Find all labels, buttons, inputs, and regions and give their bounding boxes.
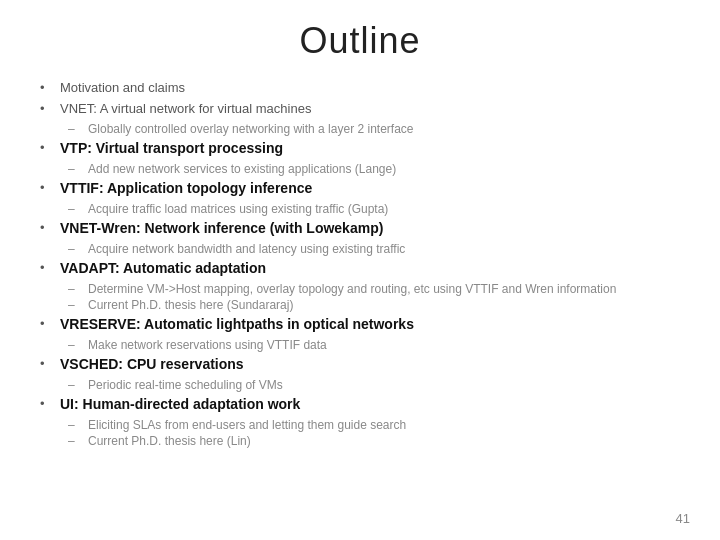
bullet-vadapt: • VADAPT: Automatic adaptation xyxy=(40,260,680,276)
sub-dash: – xyxy=(68,202,84,216)
slide-title: Outline xyxy=(40,20,680,62)
bullet-vsched-text: VSCHED: CPU reservations xyxy=(60,356,244,372)
sub-dash: – xyxy=(68,298,84,312)
bullet-dot: • xyxy=(40,180,56,195)
sub-items-vadapt: – Determine VM->Host mapping, overlay to… xyxy=(68,282,680,312)
bullet-dot: • xyxy=(40,80,56,95)
bullet-vnet-wren: • VNET-Wren: Network inference (with Low… xyxy=(40,220,680,236)
sub-items-vnet-wren: – Acquire network bandwidth and latency … xyxy=(68,242,680,256)
sub-text-vsched-1: Periodic real-time scheduling of VMs xyxy=(88,378,283,392)
section-vreserve: • VRESERVE: Automatic lightpaths in opti… xyxy=(40,316,680,352)
section-vnet: • VNET: A virtual network for virtual ma… xyxy=(40,101,680,136)
bullet-vnet: • VNET: A virtual network for virtual ma… xyxy=(40,101,680,116)
sub-items-ui: – Eliciting SLAs from end-users and lett… xyxy=(68,418,680,448)
sub-dash: – xyxy=(68,434,84,448)
bullet-vttif-text: VTTIF: Application topology inference xyxy=(60,180,312,196)
bullet-ui-text: UI: Human-directed adaptation work xyxy=(60,396,300,412)
sub-item-ui-2: – Current Ph.D. thesis here (Lin) xyxy=(68,434,680,448)
sub-dash: – xyxy=(68,282,84,296)
bullet-vreserve-text: VRESERVE: Automatic lightpaths in optica… xyxy=(60,316,414,332)
sub-dash: – xyxy=(68,378,84,392)
sub-text-ui-1: Eliciting SLAs from end-users and lettin… xyxy=(88,418,406,432)
bullet-dot: • xyxy=(40,316,56,331)
sub-item-vadapt-2: – Current Ph.D. thesis here (Sundararaj) xyxy=(68,298,680,312)
sub-dash: – xyxy=(68,338,84,352)
bullet-vtp: • VTP: Virtual transport processing xyxy=(40,140,680,156)
bullet-dot: • xyxy=(40,356,56,371)
section-vttif: • VTTIF: Application topology inference … xyxy=(40,180,680,216)
bullet-vadapt-text: VADAPT: Automatic adaptation xyxy=(60,260,266,276)
sub-text-vnet-wren-1: Acquire network bandwidth and latency us… xyxy=(88,242,405,256)
bullet-vtp-text: VTP: Virtual transport processing xyxy=(60,140,283,156)
bullet-motivation-text: Motivation and claims xyxy=(60,80,185,95)
sub-items-vttif: – Acquire traffic load matrices using ex… xyxy=(68,202,680,216)
sub-text-ui-2: Current Ph.D. thesis here (Lin) xyxy=(88,434,251,448)
bullet-vnet-text: VNET: A virtual network for virtual mach… xyxy=(60,101,311,116)
sub-item-vsched-1: – Periodic real-time scheduling of VMs xyxy=(68,378,680,392)
slide: Outline • Motivation and claims • VNET: … xyxy=(0,0,720,540)
bullet-vnet-wren-text: VNET-Wren: Network inference (with Lowek… xyxy=(60,220,383,236)
section-vadapt: • VADAPT: Automatic adaptation – Determi… xyxy=(40,260,680,312)
sub-text-vnet-1: Globally controlled overlay networking w… xyxy=(88,122,414,136)
sub-dash: – xyxy=(68,418,84,432)
sub-item-vttif-1: – Acquire traffic load matrices using ex… xyxy=(68,202,680,216)
bullet-ui: • UI: Human-directed adaptation work xyxy=(40,396,680,412)
sub-text-vtp-1: Add new network services to existing app… xyxy=(88,162,396,176)
sub-text-vadapt-1: Determine VM->Host mapping, overlay topo… xyxy=(88,282,616,296)
sub-item-vnet-1: – Globally controlled overlay networking… xyxy=(68,122,680,136)
sub-items-vsched: – Periodic real-time scheduling of VMs xyxy=(68,378,680,392)
sub-item-vtp-1: – Add new network services to existing a… xyxy=(68,162,680,176)
bullet-motivation: • Motivation and claims xyxy=(40,80,680,95)
sub-dash: – xyxy=(68,122,84,136)
bullet-vsched: • VSCHED: CPU reservations xyxy=(40,356,680,372)
bullet-dot: • xyxy=(40,260,56,275)
sub-text-vadapt-2: Current Ph.D. thesis here (Sundararaj) xyxy=(88,298,293,312)
sub-item-vadapt-1: – Determine VM->Host mapping, overlay to… xyxy=(68,282,680,296)
sub-items-vnet: – Globally controlled overlay networking… xyxy=(68,122,680,136)
sub-item-vreserve-1: – Make network reservations using VTTIF … xyxy=(68,338,680,352)
section-vsched: • VSCHED: CPU reservations – Periodic re… xyxy=(40,356,680,392)
sub-items-vtp: – Add new network services to existing a… xyxy=(68,162,680,176)
sub-dash: – xyxy=(68,162,84,176)
bullet-vreserve: • VRESERVE: Automatic lightpaths in opti… xyxy=(40,316,680,332)
bullet-list: • Motivation and claims • VNET: A virtua… xyxy=(40,80,680,448)
sub-item-ui-1: – Eliciting SLAs from end-users and lett… xyxy=(68,418,680,432)
bullet-dot: • xyxy=(40,220,56,235)
bullet-dot: • xyxy=(40,140,56,155)
section-vnet-wren: • VNET-Wren: Network inference (with Low… xyxy=(40,220,680,256)
sub-items-vreserve: – Make network reservations using VTTIF … xyxy=(68,338,680,352)
bullet-vttif: • VTTIF: Application topology inference xyxy=(40,180,680,196)
sub-dash: – xyxy=(68,242,84,256)
bullet-dot: • xyxy=(40,396,56,411)
sub-text-vttif-1: Acquire traffic load matrices using exis… xyxy=(88,202,388,216)
bullet-dot: • xyxy=(40,101,56,116)
sub-item-vnet-wren-1: – Acquire network bandwidth and latency … xyxy=(68,242,680,256)
page-number: 41 xyxy=(676,511,690,526)
section-motivation: • Motivation and claims xyxy=(40,80,680,95)
section-vtp: • VTP: Virtual transport processing – Ad… xyxy=(40,140,680,176)
sub-text-vreserve-1: Make network reservations using VTTIF da… xyxy=(88,338,327,352)
section-ui: • UI: Human-directed adaptation work – E… xyxy=(40,396,680,448)
